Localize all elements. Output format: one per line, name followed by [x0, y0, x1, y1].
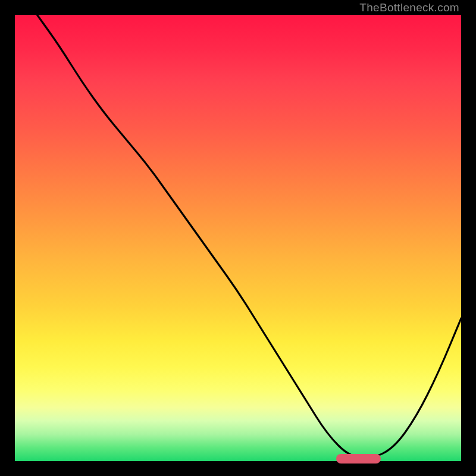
bottleneck-chart: [15, 15, 461, 461]
bottleneck-curve-path: [37, 15, 462, 458]
optimal-range-marker: [336, 454, 381, 464]
curve-svg: [15, 15, 461, 461]
watermark-text: TheBottleneck.com: [359, 1, 459, 14]
